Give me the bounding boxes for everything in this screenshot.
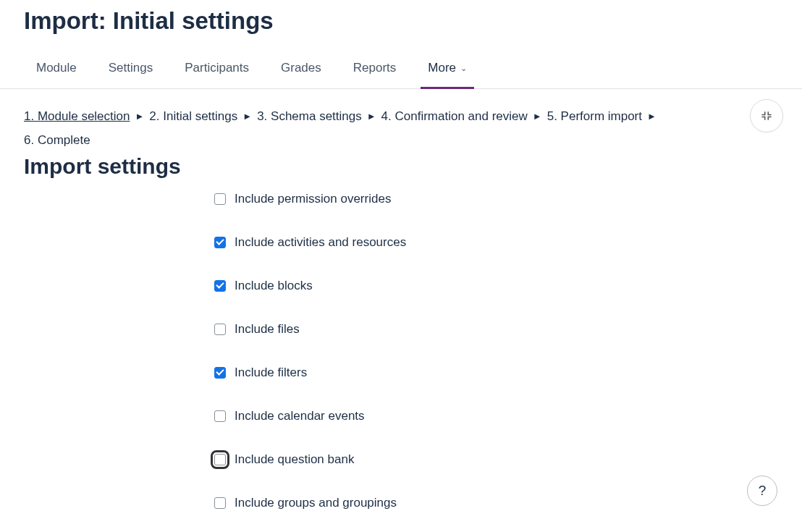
step-arrow-icon: ► bbox=[135, 109, 144, 124]
tab-module[interactable]: Module bbox=[36, 52, 77, 88]
checkbox-input[interactable] bbox=[214, 497, 226, 509]
tab-label: Participants bbox=[185, 61, 249, 75]
progress-step: 3. Schema settings bbox=[257, 106, 362, 127]
chevron-down-icon: ⌄ bbox=[460, 64, 467, 73]
step-arrow-icon: ► bbox=[647, 109, 657, 124]
checkbox-input[interactable] bbox=[214, 280, 226, 292]
tab-label: Settings bbox=[109, 61, 153, 75]
import-settings-checkboxes: Include permission overridesInclude acti… bbox=[214, 192, 778, 510]
tab-grades[interactable]: Grades bbox=[281, 52, 321, 88]
checkbox-input[interactable] bbox=[214, 237, 226, 248]
checkbox-label[interactable]: Include files bbox=[235, 322, 300, 337]
import-progress-steps: 1. Module selection►2. Initial settings►… bbox=[24, 106, 704, 151]
tab-label: Reports bbox=[353, 61, 397, 75]
checkbox-input[interactable] bbox=[214, 324, 226, 335]
checkbox-row: Include files bbox=[214, 322, 778, 337]
page-title: Import: Initial settings bbox=[0, 0, 802, 35]
collapse-icon bbox=[760, 109, 773, 122]
checkbox-label[interactable]: Include question bank bbox=[235, 452, 354, 467]
checkbox-label[interactable]: Include calendar events bbox=[235, 409, 365, 423]
progress-step: 5. Perform import bbox=[547, 106, 642, 127]
checkbox-row: Include permission overrides bbox=[214, 192, 778, 206]
step-arrow-icon: ► bbox=[533, 109, 542, 124]
progress-step: 6. Complete bbox=[24, 130, 90, 151]
help-button[interactable]: ? bbox=[747, 476, 777, 506]
help-icon: ? bbox=[759, 483, 767, 499]
checkbox-label[interactable]: Include activities and resources bbox=[235, 235, 406, 250]
section-title: Import settings bbox=[24, 154, 778, 179]
checkbox-row: Include filters bbox=[214, 366, 778, 380]
progress-step: 4. Confirmation and review bbox=[381, 106, 528, 127]
checkbox-label[interactable]: Include blocks bbox=[235, 279, 313, 293]
checkbox-row: Include question bank bbox=[214, 452, 778, 467]
checkbox-input[interactable] bbox=[214, 454, 226, 465]
checkbox-label[interactable]: Include filters bbox=[235, 366, 307, 380]
tab-label: Module bbox=[36, 61, 77, 75]
checkbox-row: Include calendar events bbox=[214, 409, 778, 423]
checkbox-input[interactable] bbox=[214, 410, 226, 422]
checkbox-label[interactable]: Include groups and groupings bbox=[235, 496, 397, 510]
progress-step[interactable]: 1. Module selection bbox=[24, 106, 130, 127]
checkbox-row: Include groups and groupings bbox=[214, 496, 778, 510]
checkbox-label[interactable]: Include permission overrides bbox=[235, 192, 391, 206]
checkbox-row: Include blocks bbox=[214, 279, 778, 293]
tab-reports[interactable]: Reports bbox=[353, 52, 397, 88]
collapse-blocks-button[interactable] bbox=[750, 99, 783, 132]
step-arrow-icon: ► bbox=[367, 109, 376, 124]
checkbox-input[interactable] bbox=[214, 367, 226, 379]
step-arrow-icon: ► bbox=[242, 109, 252, 124]
tab-participants[interactable]: Participants bbox=[185, 52, 249, 88]
main-content: 1. Module selection►2. Initial settings►… bbox=[0, 89, 802, 510]
tab-label: More bbox=[428, 61, 456, 75]
progress-step: 2. Initial settings bbox=[149, 106, 237, 127]
tab-settings[interactable]: Settings bbox=[109, 52, 153, 88]
nav-tabs: ModuleSettingsParticipantsGradesReportsM… bbox=[0, 52, 802, 89]
checkbox-input[interactable] bbox=[214, 193, 226, 205]
tab-label: Grades bbox=[281, 61, 321, 75]
tab-more[interactable]: More⌄ bbox=[428, 52, 467, 88]
checkbox-row: Include activities and resources bbox=[214, 235, 778, 250]
